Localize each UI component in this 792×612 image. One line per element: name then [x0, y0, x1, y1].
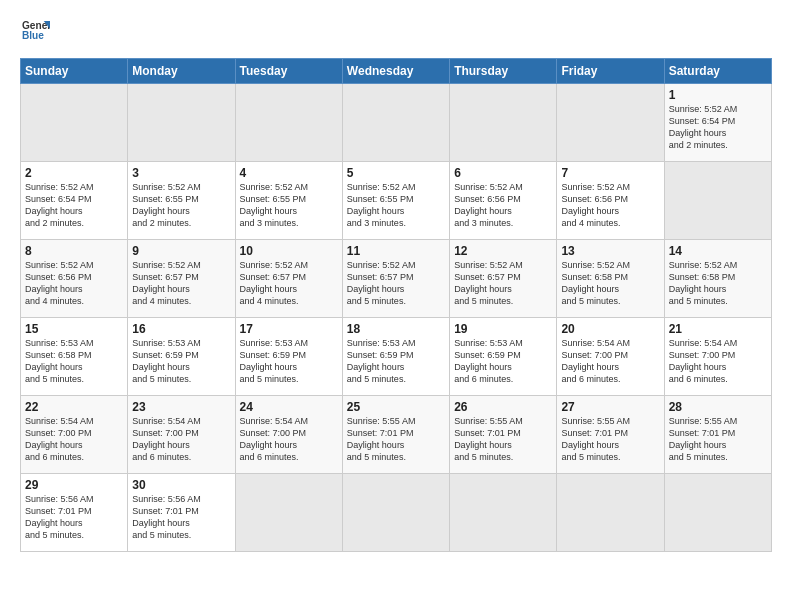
- day-number: 12: [454, 244, 552, 258]
- day-cell: [450, 84, 557, 162]
- week-row-5: 22 Sunrise: 5:54 AMSunset: 7:00 PMDaylig…: [21, 396, 772, 474]
- day-detail: Sunrise: 5:53 AMSunset: 6:59 PMDaylight …: [132, 337, 230, 386]
- day-number: 11: [347, 244, 445, 258]
- day-cell: 20 Sunrise: 5:54 AMSunset: 7:00 PMDaylig…: [557, 318, 664, 396]
- day-cell: 15 Sunrise: 5:53 AMSunset: 6:58 PMDaylig…: [21, 318, 128, 396]
- day-detail: Sunrise: 5:53 AMSunset: 6:59 PMDaylight …: [347, 337, 445, 386]
- week-row-1: 1 Sunrise: 5:52 AMSunset: 6:54 PMDayligh…: [21, 84, 772, 162]
- day-detail: Sunrise: 5:52 AMSunset: 6:57 PMDaylight …: [240, 259, 338, 308]
- week-row-3: 8 Sunrise: 5:52 AMSunset: 6:56 PMDayligh…: [21, 240, 772, 318]
- day-detail: Sunrise: 5:52 AMSunset: 6:57 PMDaylight …: [132, 259, 230, 308]
- day-detail: Sunrise: 5:54 AMSunset: 7:00 PMDaylight …: [561, 337, 659, 386]
- day-detail: Sunrise: 5:53 AMSunset: 6:59 PMDaylight …: [454, 337, 552, 386]
- day-detail: Sunrise: 5:54 AMSunset: 7:00 PMDaylight …: [669, 337, 767, 386]
- day-cell: 30 Sunrise: 5:56 AMSunset: 7:01 PMDaylig…: [128, 474, 235, 552]
- day-cell: [664, 162, 771, 240]
- day-cell: [557, 474, 664, 552]
- logo: General Blue: [20, 18, 50, 50]
- logo-icon: General Blue: [22, 18, 50, 46]
- day-cell: [235, 84, 342, 162]
- calendar-table: SundayMondayTuesdayWednesdayThursdayFrid…: [20, 58, 772, 552]
- day-cell: [557, 84, 664, 162]
- day-cell: 21 Sunrise: 5:54 AMSunset: 7:00 PMDaylig…: [664, 318, 771, 396]
- day-number: 14: [669, 244, 767, 258]
- day-detail: Sunrise: 5:54 AMSunset: 7:00 PMDaylight …: [25, 415, 123, 464]
- day-header-thursday: Thursday: [450, 59, 557, 84]
- day-detail: Sunrise: 5:55 AMSunset: 7:01 PMDaylight …: [454, 415, 552, 464]
- day-detail: Sunrise: 5:52 AMSunset: 6:55 PMDaylight …: [347, 181, 445, 230]
- day-cell: 11 Sunrise: 5:52 AMSunset: 6:57 PMDaylig…: [342, 240, 449, 318]
- day-number: 1: [669, 88, 767, 102]
- day-detail: Sunrise: 5:56 AMSunset: 7:01 PMDaylight …: [25, 493, 123, 542]
- day-number: 21: [669, 322, 767, 336]
- day-header-saturday: Saturday: [664, 59, 771, 84]
- day-number: 20: [561, 322, 659, 336]
- day-cell: 3 Sunrise: 5:52 AMSunset: 6:55 PMDayligh…: [128, 162, 235, 240]
- day-detail: Sunrise: 5:55 AMSunset: 7:01 PMDaylight …: [669, 415, 767, 464]
- day-header-friday: Friday: [557, 59, 664, 84]
- day-number: 25: [347, 400, 445, 414]
- calendar-body: 1 Sunrise: 5:52 AMSunset: 6:54 PMDayligh…: [21, 84, 772, 552]
- day-number: 6: [454, 166, 552, 180]
- day-number: 23: [132, 400, 230, 414]
- day-cell: 14 Sunrise: 5:52 AMSunset: 6:58 PMDaylig…: [664, 240, 771, 318]
- day-number: 30: [132, 478, 230, 492]
- day-cell: 19 Sunrise: 5:53 AMSunset: 6:59 PMDaylig…: [450, 318, 557, 396]
- day-cell: 25 Sunrise: 5:55 AMSunset: 7:01 PMDaylig…: [342, 396, 449, 474]
- day-number: 22: [25, 400, 123, 414]
- day-header-wednesday: Wednesday: [342, 59, 449, 84]
- day-cell: 2 Sunrise: 5:52 AMSunset: 6:54 PMDayligh…: [21, 162, 128, 240]
- day-number: 27: [561, 400, 659, 414]
- day-cell: 5 Sunrise: 5:52 AMSunset: 6:55 PMDayligh…: [342, 162, 449, 240]
- day-number: 4: [240, 166, 338, 180]
- day-cell: 12 Sunrise: 5:52 AMSunset: 6:57 PMDaylig…: [450, 240, 557, 318]
- day-detail: Sunrise: 5:52 AMSunset: 6:58 PMDaylight …: [561, 259, 659, 308]
- day-number: 9: [132, 244, 230, 258]
- day-number: 2: [25, 166, 123, 180]
- day-cell: 10 Sunrise: 5:52 AMSunset: 6:57 PMDaylig…: [235, 240, 342, 318]
- day-cell: 22 Sunrise: 5:54 AMSunset: 7:00 PMDaylig…: [21, 396, 128, 474]
- day-detail: Sunrise: 5:52 AMSunset: 6:56 PMDaylight …: [561, 181, 659, 230]
- day-number: 15: [25, 322, 123, 336]
- day-number: 16: [132, 322, 230, 336]
- day-cell: 29 Sunrise: 5:56 AMSunset: 7:01 PMDaylig…: [21, 474, 128, 552]
- day-number: 8: [25, 244, 123, 258]
- page: General Blue SundayMondayTuesdayWednesda…: [0, 0, 792, 612]
- week-row-4: 15 Sunrise: 5:53 AMSunset: 6:58 PMDaylig…: [21, 318, 772, 396]
- day-cell: [235, 474, 342, 552]
- day-detail: Sunrise: 5:54 AMSunset: 7:00 PMDaylight …: [240, 415, 338, 464]
- day-detail: Sunrise: 5:53 AMSunset: 6:58 PMDaylight …: [25, 337, 123, 386]
- day-cell: 1 Sunrise: 5:52 AMSunset: 6:54 PMDayligh…: [664, 84, 771, 162]
- day-cell: 7 Sunrise: 5:52 AMSunset: 6:56 PMDayligh…: [557, 162, 664, 240]
- day-number: 24: [240, 400, 338, 414]
- day-cell: [664, 474, 771, 552]
- day-detail: Sunrise: 5:52 AMSunset: 6:57 PMDaylight …: [454, 259, 552, 308]
- svg-text:Blue: Blue: [22, 30, 44, 41]
- day-cell: 13 Sunrise: 5:52 AMSunset: 6:58 PMDaylig…: [557, 240, 664, 318]
- day-detail: Sunrise: 5:56 AMSunset: 7:01 PMDaylight …: [132, 493, 230, 542]
- day-detail: Sunrise: 5:52 AMSunset: 6:54 PMDaylight …: [25, 181, 123, 230]
- day-cell: 28 Sunrise: 5:55 AMSunset: 7:01 PMDaylig…: [664, 396, 771, 474]
- day-detail: Sunrise: 5:52 AMSunset: 6:54 PMDaylight …: [669, 103, 767, 152]
- day-cell: [128, 84, 235, 162]
- week-row-6: 29 Sunrise: 5:56 AMSunset: 7:01 PMDaylig…: [21, 474, 772, 552]
- day-cell: 23 Sunrise: 5:54 AMSunset: 7:00 PMDaylig…: [128, 396, 235, 474]
- day-cell: 6 Sunrise: 5:52 AMSunset: 6:56 PMDayligh…: [450, 162, 557, 240]
- day-number: 18: [347, 322, 445, 336]
- day-cell: 24 Sunrise: 5:54 AMSunset: 7:00 PMDaylig…: [235, 396, 342, 474]
- day-number: 26: [454, 400, 552, 414]
- day-detail: Sunrise: 5:52 AMSunset: 6:56 PMDaylight …: [25, 259, 123, 308]
- day-detail: Sunrise: 5:53 AMSunset: 6:59 PMDaylight …: [240, 337, 338, 386]
- day-number: 7: [561, 166, 659, 180]
- calendar-header: SundayMondayTuesdayWednesdayThursdayFrid…: [21, 59, 772, 84]
- day-number: 19: [454, 322, 552, 336]
- day-cell: [21, 84, 128, 162]
- day-cell: 26 Sunrise: 5:55 AMSunset: 7:01 PMDaylig…: [450, 396, 557, 474]
- day-cell: [342, 474, 449, 552]
- header-row: SundayMondayTuesdayWednesdayThursdayFrid…: [21, 59, 772, 84]
- day-detail: Sunrise: 5:54 AMSunset: 7:00 PMDaylight …: [132, 415, 230, 464]
- day-number: 28: [669, 400, 767, 414]
- day-cell: 16 Sunrise: 5:53 AMSunset: 6:59 PMDaylig…: [128, 318, 235, 396]
- day-number: 3: [132, 166, 230, 180]
- day-detail: Sunrise: 5:52 AMSunset: 6:57 PMDaylight …: [347, 259, 445, 308]
